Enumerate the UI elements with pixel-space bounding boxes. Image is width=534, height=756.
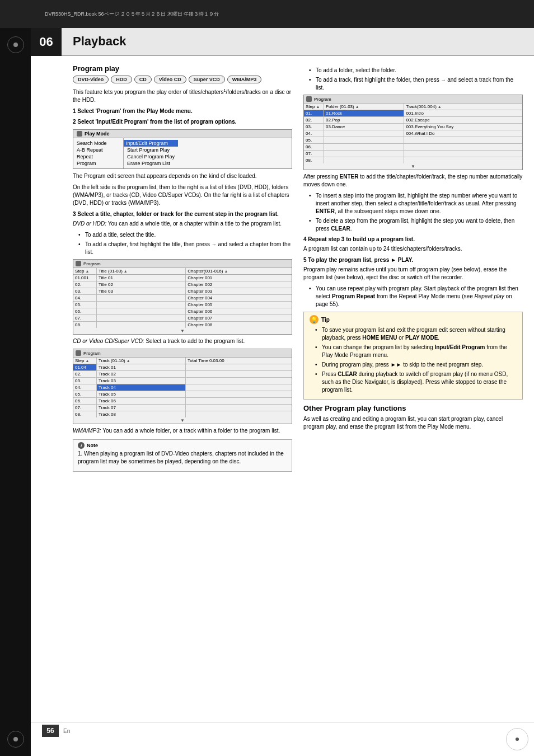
step1: 1 Select 'Program' from the Play Mode me…	[73, 107, 292, 115]
dvd-cell-step-7: 07.	[73, 315, 97, 321]
dvd-cell-step-3: 03.	[73, 288, 97, 294]
dvd-table-title: Program	[83, 261, 101, 266]
wma-cell-step-7: 07.	[304, 151, 324, 157]
dvd-row-4: 04. Chapter 004	[73, 295, 292, 302]
wma-text: You can add a whole folder, or a track w…	[102, 428, 280, 434]
dvd-hdd-label-text: DVD or HDD: You can add a whole title, o…	[73, 220, 292, 228]
menu-item-input-edit: Input/Edit Program	[124, 140, 178, 147]
cd-cell-time-7	[186, 405, 292, 411]
wma-table-scroll: ▼	[304, 163, 522, 170]
wma-cell-track-2: 002.Escape	[404, 117, 522, 123]
wma-label-text: WMA/MP3: You can add a whole folder, or …	[73, 427, 292, 435]
cd-table-header: Program	[73, 349, 292, 358]
wma-table-icon	[306, 96, 312, 102]
cd-cell-time-1	[186, 364, 292, 370]
cd-cell-step-3: 03.	[73, 378, 97, 384]
wma-cell-folder-8	[324, 157, 404, 163]
right-column: To add a folder, select the folder. To a…	[303, 64, 523, 472]
cd-cell-track-3: Track 03	[97, 378, 186, 384]
tip-bullet-3: During program play, press ►► to skip to…	[315, 361, 517, 369]
left-bar-circle-bottom	[7, 731, 24, 748]
wma-cell-track-3: 003.Everything You Say	[404, 124, 522, 130]
wma-cell-folder-1: 01.Rock	[324, 110, 404, 116]
wma-cell-step-8: 08.	[304, 157, 324, 163]
dvd-hdd-text: You can add a whole title, or a chapter …	[108, 220, 282, 227]
dvd-col-title: Title (01-03) ▲	[97, 268, 186, 274]
dvd-cell-step-2: 02.	[73, 281, 97, 288]
format-badges: DVD-Video HDD CD Video CD Super VCD WMA/…	[73, 76, 292, 83]
badge-dvd-video: DVD-Video	[73, 76, 109, 83]
after-enter-text: After pressing ENTER to add the title/ch…	[303, 173, 523, 189]
page-title: Playback	[73, 34, 126, 49]
dvd-row-5: 05. Chapter 005	[73, 302, 292, 308]
cd-col-track: Track (01-10) ▲	[97, 358, 186, 364]
dvd-table-scroll: ▼	[73, 328, 292, 334]
cd-label-text: CD or Video CD/Super VCD: Select a track…	[73, 337, 292, 345]
dvd-table-header: Program	[73, 260, 292, 268]
folder-bullets: To add a folder, select the folder. To a…	[309, 67, 523, 92]
wma-col-track: Track(001-004) ▲	[404, 104, 522, 110]
menu-item-search: Search Mode	[77, 140, 120, 147]
dvd-bullets: To add a title, select the title. To add…	[78, 231, 292, 256]
wma-cell-track-7	[404, 151, 522, 157]
dvd-cell-chapter-7: Chapter 007	[186, 315, 292, 321]
step4: 4 Repeat step 3 to build up a program li…	[303, 236, 523, 243]
step5: 5 To play the program list, press ► PLAY…	[303, 256, 523, 264]
bullet-add-title: To add a title, select the title.	[78, 231, 292, 239]
dvd-col-chapter: Chapter(001-016) ▲	[186, 268, 292, 274]
wma-label: WMA/MP3:	[73, 428, 101, 434]
other-program-title: Other Program play functions	[303, 404, 523, 412]
menu-item-start: Start Program Play	[127, 147, 175, 153]
cd-cell-track-8: Track 08	[97, 411, 186, 417]
cd-cell-time-2	[186, 371, 292, 377]
cd-row-1: 01.04 Track 01	[73, 364, 292, 371]
play-mode-menu-title: Play Mode	[73, 130, 292, 138]
wma-cell-step-1: 01.	[304, 110, 324, 116]
wma-table-body: 01. 01.Rock 001.Intro 02. 02.Pop 002.Esc…	[304, 110, 522, 170]
dvd-cell-step-8: 08.	[73, 322, 97, 328]
cd-cell-step-8: 08.	[73, 411, 97, 417]
cd-label: CD or Video CD/Super VCD:	[73, 338, 144, 344]
badge-cd: CD	[134, 76, 152, 83]
tip-label: Tip	[321, 317, 330, 323]
dvd-cell-chapter-6: Chapter 006	[186, 308, 292, 314]
cd-cell-step-7: 07.	[73, 405, 97, 411]
dvd-cell-chapter-2: Chapter 002	[186, 281, 292, 288]
dvd-cell-title-5	[97, 302, 186, 308]
step2: 2 Select 'Input/Edit Program' from the l…	[73, 118, 292, 126]
wma-row-6: 06.	[304, 144, 522, 151]
play-mode-right: Input/Edit Program Start Program Play Ca…	[124, 138, 178, 168]
play-mode-left: Search Mode A-B Repeat Repeat Program	[73, 138, 124, 168]
play-mode-icon	[77, 131, 82, 137]
menu-item-erase: Erase Program List	[127, 160, 175, 167]
dvd-row-3: 03. Title 03 Chapter 003	[73, 288, 292, 295]
dvd-cell-step-6: 06.	[73, 308, 97, 314]
cd-table-icon	[76, 350, 81, 356]
wma-cell-track-8	[404, 157, 522, 163]
cd-cell-track-5: Track 05	[97, 391, 186, 397]
cd-text: Select a track to add to the program lis…	[146, 338, 245, 344]
wma-cell-track-4: 004.What I Do	[404, 130, 522, 137]
desc1: The Program edit screen that appears dep…	[73, 172, 292, 180]
cd-table-scroll: ▼	[73, 417, 292, 424]
dvd-cell-step-5: 05.	[73, 302, 97, 308]
cd-row-7: 07. Track 07	[73, 405, 292, 411]
chapter-number: 06	[39, 35, 53, 49]
left-bar-circle-top	[7, 36, 24, 53]
bullet-add-chapter: To add a chapter, first highlight the ti…	[78, 241, 292, 256]
badge-super-vcd: Super VCD	[189, 76, 225, 83]
note-item-1: 1. When playing a program list of DVD-Vi…	[78, 450, 287, 466]
cd-cell-time-3	[186, 378, 292, 384]
cd-table-title: Program	[83, 351, 101, 356]
wma-cell-folder-7	[324, 151, 404, 157]
cd-program-table: Program Step ▲ Track (01-10) ▲ Total Tim…	[73, 349, 292, 424]
note-label: Note	[87, 443, 98, 448]
cd-cell-step-2: 02.	[73, 371, 97, 377]
step4-text: A program list can contain up to 24 titl…	[303, 245, 523, 253]
wma-table-title: Program	[314, 97, 331, 102]
wma-cell-step-3: 03.	[304, 124, 324, 130]
dvd-cell-title-1: Title 01	[97, 275, 186, 281]
desc2: On the left side is the program list, th…	[73, 184, 292, 207]
note-title: i Note	[78, 442, 287, 449]
bullet-delete-step: To delete a step from the program list, …	[309, 217, 523, 233]
